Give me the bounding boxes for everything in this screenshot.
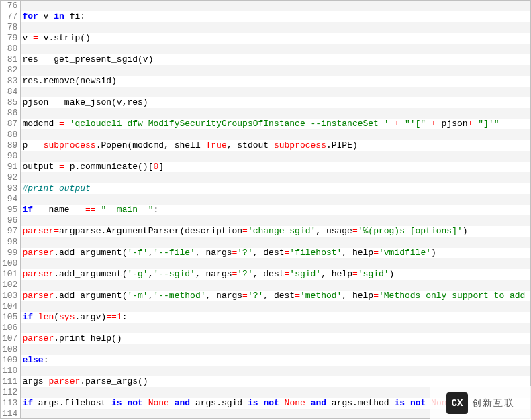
code-line[interactable] (21, 258, 530, 269)
code-token: , help (342, 291, 373, 301)
line-number: 107 (2, 333, 17, 344)
code-line[interactable]: args=parser.parse_args() (21, 376, 530, 387)
code-line[interactable]: res = get_present_sgid(v) (21, 54, 530, 65)
line-number: 91 (2, 162, 17, 172)
line-number: 99 (2, 248, 17, 258)
code-line[interactable] (21, 366, 530, 376)
code-token: True (206, 140, 227, 150)
code-token: , stdout (227, 140, 269, 150)
code-token: if (22, 312, 33, 322)
code-token: parser (22, 291, 54, 301)
line-number: 108 (2, 344, 17, 355)
code-token: subprocess (44, 140, 96, 150)
code-token: , help (342, 248, 373, 258)
line-number: 112 (2, 387, 17, 398)
code-line[interactable] (21, 129, 530, 140)
code-line[interactable] (21, 87, 530, 97)
code-line[interactable] (21, 215, 530, 226)
code-line[interactable]: parser.add_argument('-g','--sgid', nargs… (21, 269, 530, 280)
line-number: 85 (2, 97, 17, 108)
code-line[interactable] (21, 237, 530, 248)
code-token: v.strip() (38, 33, 91, 43)
code-editor[interactable]: 7677787980818283848586878889909192939495… (0, 0, 531, 419)
code-line[interactable] (21, 44, 530, 54)
code-line[interactable] (21, 301, 530, 312)
code-line[interactable] (21, 22, 530, 33)
code-token: v (22, 33, 33, 43)
code-token: args (22, 376, 43, 386)
line-number: 89 (2, 140, 17, 151)
code-token: if (22, 205, 33, 215)
code-line[interactable] (21, 151, 530, 162)
line-number: 111 (2, 376, 17, 387)
code-line[interactable] (21, 108, 530, 119)
code-line[interactable]: res.remove(newsid) (21, 76, 530, 87)
code-token: , usage (316, 226, 352, 236)
code-token: subprocess (274, 140, 326, 150)
code-line[interactable]: else: (21, 355, 530, 366)
line-number: 110 (2, 366, 17, 376)
code-lines[interactable]: for v in fi:v = v.strip()res = get_prese… (21, 1, 530, 418)
code-line[interactable] (21, 172, 530, 183)
code-token: .print_help() (54, 333, 122, 344)
code-token: '-m' (127, 291, 148, 301)
code-line[interactable]: output = p.communicate()[0] (21, 162, 530, 172)
line-number: 103 (2, 291, 17, 301)
code-token: '--method' (153, 291, 205, 301)
code-token: is (248, 398, 258, 408)
code-token: and (175, 398, 190, 408)
watermark-logo: CX (446, 392, 468, 414)
code-token: '?' (237, 248, 252, 258)
code-token: , nargs (205, 291, 242, 301)
code-token: .add_argument( (54, 269, 127, 279)
code-token: + (431, 119, 436, 129)
code-line[interactable]: p = subprocess.Popen(modcmd, shell=True,… (21, 140, 530, 151)
line-number: 76 (2, 1, 17, 11)
code-line[interactable]: if len(sys.argv)==1: (21, 312, 530, 323)
code-line[interactable] (21, 344, 530, 355)
line-number: 101 (2, 269, 17, 280)
code-line[interactable]: for v in fi: (21, 11, 530, 22)
code-line[interactable] (21, 323, 530, 333)
line-number: 113 (2, 398, 17, 409)
code-line[interactable]: parser.add_argument('-m','--method', nar… (21, 291, 530, 301)
code-token: '-g' (127, 269, 148, 279)
code-token: 'change sgid' (248, 226, 316, 236)
code-token: parser (22, 269, 54, 279)
line-number: 102 (2, 280, 17, 291)
code-line[interactable]: parser.add_argument('-f','--file', nargs… (21, 248, 530, 258)
code-token: not (263, 398, 279, 408)
code-line[interactable] (21, 280, 530, 291)
code-line[interactable]: modcmd = 'qcloudcli dfw ModifySecurityGr… (21, 119, 530, 129)
code-line[interactable]: if __name__ == "__main__": (21, 205, 530, 215)
code-line[interactable]: pjson = make_json(v,res) (21, 97, 530, 108)
code-token: argparse.ArgumentParser(description (59, 226, 242, 236)
code-token: = (373, 248, 379, 258)
code-token: make_json(v,res) (59, 97, 148, 107)
code-token: if (22, 398, 33, 408)
code-token: p.communicate()[ (64, 162, 154, 172)
line-number: 96 (2, 215, 17, 226)
code-token: = (269, 140, 274, 150)
code-line[interactable]: parser=argparse.ArgumentParser(descripti… (21, 226, 530, 237)
code-token: = (54, 226, 59, 236)
code-token: modcmd (22, 119, 59, 129)
line-number: 77 (2, 11, 17, 22)
code-line[interactable]: v = v.strip() (21, 33, 530, 44)
code-line[interactable] (21, 1, 530, 11)
code-token: , nargs (195, 248, 232, 258)
line-number: 79 (2, 33, 17, 44)
code-token: = (242, 226, 248, 236)
watermark-brand-text: 创新互联 (472, 397, 515, 409)
code-line[interactable] (21, 65, 530, 76)
code-token: parser (22, 333, 54, 344)
code-token: = (352, 269, 358, 279)
code-line[interactable] (21, 194, 530, 205)
code-token (143, 398, 148, 408)
code-token: parser (22, 248, 54, 258)
code-token: '?' (248, 291, 263, 301)
code-line[interactable]: #print output (21, 183, 530, 194)
code-token: .add_argument( (54, 291, 127, 301)
code-token: = (352, 226, 358, 236)
code-line[interactable]: parser.print_help() (21, 333, 530, 344)
